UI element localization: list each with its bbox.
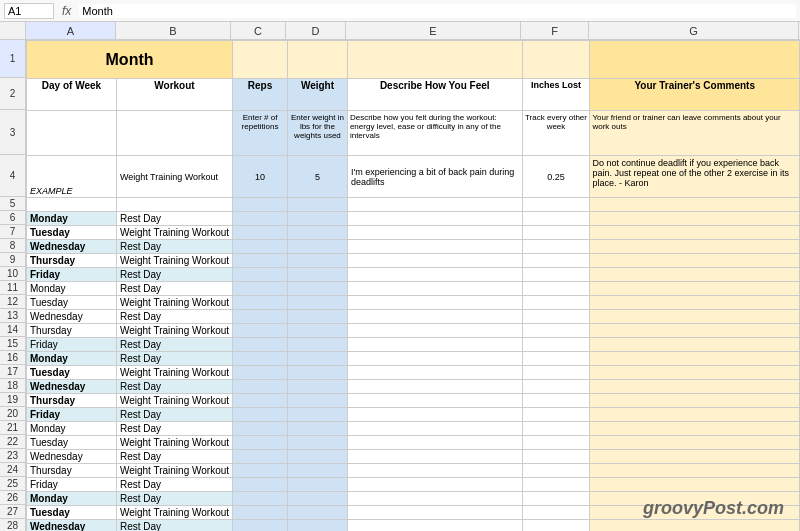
row-num-6[interactable]: 6 xyxy=(0,211,26,225)
cell-27a[interactable]: Tuesday xyxy=(27,506,117,520)
cell-20f[interactable] xyxy=(522,408,590,422)
cell-18d[interactable] xyxy=(288,380,348,394)
cell-9f[interactable] xyxy=(522,254,590,268)
cell-26f[interactable] xyxy=(522,492,590,506)
cell-27c[interactable] xyxy=(233,506,288,520)
cell-18f[interactable] xyxy=(522,380,590,394)
cell-19f[interactable] xyxy=(522,394,590,408)
cell-15b[interactable]: Rest Day xyxy=(116,338,232,352)
cell-14e[interactable] xyxy=(347,324,522,338)
row-num-1[interactable]: 1 xyxy=(0,40,26,78)
cell-20b[interactable]: Rest Day xyxy=(116,408,232,422)
col-header-e[interactable]: E xyxy=(346,22,521,39)
cell-17c[interactable] xyxy=(233,366,288,380)
cell-10e[interactable] xyxy=(347,268,522,282)
cell-12f[interactable] xyxy=(522,296,590,310)
cell-21a[interactable]: Monday xyxy=(27,422,117,436)
cell-1c[interactable] xyxy=(233,41,288,79)
cell-25d[interactable] xyxy=(288,478,348,492)
col-header-a[interactable]: A xyxy=(26,22,116,39)
cell-19g[interactable] xyxy=(590,394,800,408)
cell-8g[interactable] xyxy=(590,240,800,254)
cell-28f[interactable] xyxy=(522,520,590,532)
row-num-3[interactable]: 3 xyxy=(0,110,26,155)
cell-18c[interactable] xyxy=(233,380,288,394)
cell-5g[interactable] xyxy=(590,198,800,212)
cell-15a[interactable]: Friday xyxy=(27,338,117,352)
cell-21g[interactable] xyxy=(590,422,800,436)
cell-18b[interactable]: Rest Day xyxy=(116,380,232,394)
row-num-7[interactable]: 7 xyxy=(0,225,26,239)
cell-17a[interactable]: Tuesday xyxy=(27,366,117,380)
row-num-11[interactable]: 11 xyxy=(0,281,26,295)
cell-20g[interactable] xyxy=(590,408,800,422)
cell-12a[interactable]: Tuesday xyxy=(27,296,117,310)
row-num-14[interactable]: 14 xyxy=(0,323,26,337)
row-num-20[interactable]: 20 xyxy=(0,407,26,421)
cell-15c[interactable] xyxy=(233,338,288,352)
cell-9b[interactable]: Weight Training Workout xyxy=(116,254,232,268)
cell-15e[interactable] xyxy=(347,338,522,352)
cell-3a[interactable] xyxy=(27,111,117,156)
cell-21c[interactable] xyxy=(233,422,288,436)
cell-describe-note[interactable]: Describe how you felt during the workout… xyxy=(347,111,522,156)
row-num-4[interactable]: 4 xyxy=(0,155,26,197)
cell-22a[interactable]: Tuesday xyxy=(27,436,117,450)
cell-25c[interactable] xyxy=(233,478,288,492)
cell-13d[interactable] xyxy=(288,310,348,324)
cell-24e[interactable] xyxy=(347,464,522,478)
col-header-d[interactable]: D xyxy=(286,22,346,39)
cell-14d[interactable] xyxy=(288,324,348,338)
cell-15g[interactable] xyxy=(590,338,800,352)
cell-17e[interactable] xyxy=(347,366,522,380)
cell-23d[interactable] xyxy=(288,450,348,464)
row-num-5[interactable]: 5 xyxy=(0,197,26,211)
cell-reps-header[interactable]: Reps xyxy=(233,79,288,111)
cell-17g[interactable] xyxy=(590,366,800,380)
cell-15f[interactable] xyxy=(522,338,590,352)
cell-example-inches[interactable]: 0.25 xyxy=(522,156,590,198)
cell-21b[interactable]: Rest Day xyxy=(116,422,232,436)
cell-20c[interactable] xyxy=(233,408,288,422)
cell-8b[interactable]: Rest Day xyxy=(116,240,232,254)
cell-19d[interactable] xyxy=(288,394,348,408)
cell-1e[interactable] xyxy=(347,41,522,79)
cell-24g[interactable] xyxy=(590,464,800,478)
cell-27d[interactable] xyxy=(288,506,348,520)
cell-28a[interactable]: Wednesday xyxy=(27,520,117,532)
cell-16d[interactable] xyxy=(288,352,348,366)
cell-7a[interactable]: Tuesday xyxy=(27,226,117,240)
cell-1g[interactable] xyxy=(590,41,800,79)
cell-19c[interactable] xyxy=(233,394,288,408)
cell-3b[interactable] xyxy=(116,111,232,156)
cell-19a[interactable]: Thursday xyxy=(27,394,117,408)
cell-month[interactable]: Month xyxy=(27,41,233,79)
cell-16c[interactable] xyxy=(233,352,288,366)
cell-13e[interactable] xyxy=(347,310,522,324)
cell-19e[interactable] xyxy=(347,394,522,408)
cell-21f[interactable] xyxy=(522,422,590,436)
cell-26e[interactable] xyxy=(347,492,522,506)
cell-23e[interactable] xyxy=(347,450,522,464)
cell-5b[interactable] xyxy=(116,198,232,212)
row-num-18[interactable]: 18 xyxy=(0,379,26,393)
cell-5f[interactable] xyxy=(522,198,590,212)
cell-16g[interactable] xyxy=(590,352,800,366)
cell-28d[interactable] xyxy=(288,520,348,532)
cell-7c[interactable] xyxy=(233,226,288,240)
cell-26b[interactable]: Rest Day xyxy=(116,492,232,506)
row-num-15[interactable]: 15 xyxy=(0,337,26,351)
cell-20e[interactable] xyxy=(347,408,522,422)
row-num-27[interactable]: 27 xyxy=(0,505,26,519)
cell-5a[interactable] xyxy=(27,198,117,212)
cell-22e[interactable] xyxy=(347,436,522,450)
row-num-25[interactable]: 25 xyxy=(0,477,26,491)
cell-day-header[interactable]: Day of Week xyxy=(27,79,117,111)
cell-21e[interactable] xyxy=(347,422,522,436)
cell-comments-note[interactable]: Your friend or trainer can leave comment… xyxy=(590,111,800,156)
row-num-13[interactable]: 13 xyxy=(0,309,26,323)
cell-25a[interactable]: Friday xyxy=(27,478,117,492)
row-num-24[interactable]: 24 xyxy=(0,463,26,477)
cell-reps-note[interactable]: Enter # of repetitions xyxy=(233,111,288,156)
cell-10a[interactable]: Friday xyxy=(27,268,117,282)
